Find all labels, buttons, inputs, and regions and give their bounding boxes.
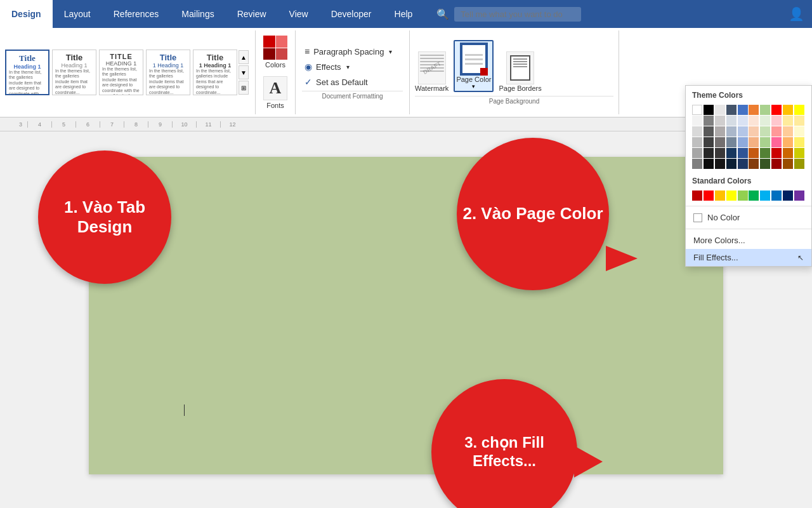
theme-color-27[interactable]	[771, 126, 782, 137]
tab-design[interactable]: Design	[0, 0, 53, 28]
watermark-btn[interactable]: DRAFT Watermark	[415, 51, 449, 92]
theme-color-18[interactable]	[783, 116, 793, 126]
page-background-label: Page Background	[415, 96, 613, 105]
theme-color-32[interactable]	[715, 137, 725, 147]
theme-color-39[interactable]	[794, 137, 804, 147]
page-borders-btn[interactable]: Page Borders	[499, 51, 541, 92]
theme-item-2[interactable]: Title Heading 1 In the themes list, the …	[52, 50, 96, 95]
tab-layout[interactable]: Layout	[53, 0, 102, 28]
theme-color-20[interactable]	[692, 126, 702, 137]
theme-color-3[interactable]	[726, 105, 737, 115]
standard-color-4[interactable]	[738, 190, 748, 201]
theme-color-43[interactable]	[726, 148, 737, 158]
no-color-item[interactable]: No Color	[686, 209, 811, 226]
theme-color-53[interactable]	[726, 159, 737, 169]
tab-help[interactable]: Help	[383, 0, 424, 28]
tab-developer[interactable]: Developer	[320, 0, 383, 28]
theme-color-11[interactable]	[704, 116, 714, 126]
theme-color-40[interactable]	[692, 148, 702, 158]
scroll-up-btn[interactable]: ▲	[239, 50, 249, 64]
theme-color-34[interactable]	[738, 137, 748, 147]
theme-color-42[interactable]	[715, 148, 725, 158]
theme-item-3[interactable]: TITLE HEADING 1 In the themes list, the …	[99, 50, 143, 95]
scroll-down-btn[interactable]: ▼	[239, 65, 249, 79]
theme-color-29[interactable]	[794, 126, 804, 137]
theme-color-17[interactable]	[771, 116, 782, 126]
theme-color-2[interactable]	[715, 105, 725, 115]
theme-color-45[interactable]	[749, 148, 759, 158]
theme-color-5[interactable]	[749, 105, 759, 115]
theme-color-26[interactable]	[760, 126, 770, 137]
scroll-more-btn[interactable]: ⊞	[239, 81, 249, 95]
theme-color-13[interactable]	[726, 116, 737, 126]
standard-color-8[interactable]	[783, 190, 793, 201]
theme-color-28[interactable]	[783, 126, 793, 137]
standard-color-9[interactable]	[794, 190, 804, 201]
paragraph-spacing-btn[interactable]: ≡ Paragraph Spacing ▾	[302, 45, 403, 58]
fonts-button[interactable]: A Fonts	[261, 74, 290, 112]
theme-color-12[interactable]	[715, 116, 725, 126]
theme-color-1[interactable]	[704, 105, 714, 115]
theme-color-36[interactable]	[760, 137, 770, 147]
theme-color-10[interactable]	[692, 116, 702, 126]
tab-review[interactable]: Review	[226, 0, 278, 28]
theme-color-19[interactable]	[794, 116, 804, 126]
theme-color-57[interactable]	[771, 159, 782, 169]
theme-item-4[interactable]: Title 1 Heading 1 In the themes list, th…	[146, 50, 190, 95]
theme-color-52[interactable]	[715, 159, 725, 169]
colors-button[interactable]: Colors	[261, 33, 290, 71]
standard-color-5[interactable]	[749, 190, 759, 201]
theme-color-15[interactable]	[749, 116, 759, 126]
theme-color-50[interactable]	[692, 159, 702, 169]
theme-color-41[interactable]	[704, 148, 714, 158]
standard-color-6[interactable]	[760, 190, 770, 201]
theme-color-31[interactable]	[704, 137, 714, 147]
theme-color-24[interactable]	[738, 126, 748, 137]
fill-effects-item[interactable]: Fill Effects... ↖	[686, 249, 811, 266]
theme-color-59[interactable]	[794, 159, 804, 169]
theme-color-47[interactable]	[771, 148, 782, 158]
theme-color-23[interactable]	[726, 126, 737, 137]
more-colors-item[interactable]: More Colors...	[686, 232, 811, 249]
theme-color-25[interactable]	[749, 126, 759, 137]
theme-color-49[interactable]	[794, 148, 804, 158]
theme-color-55[interactable]	[749, 159, 759, 169]
theme-color-22[interactable]	[715, 126, 725, 137]
theme-color-58[interactable]	[783, 159, 793, 169]
theme-color-7[interactable]	[771, 105, 782, 115]
page-color-btn[interactable]: Page Color ▾	[454, 40, 494, 92]
theme-color-51[interactable]	[704, 159, 714, 169]
theme-color-38[interactable]	[783, 137, 793, 147]
tab-references[interactable]: References	[102, 0, 171, 28]
theme-color-8[interactable]	[783, 105, 793, 115]
theme-item-5[interactable]: Title 1 Heading 1 In the themes list, ga…	[193, 50, 237, 95]
theme-color-30[interactable]	[692, 137, 702, 147]
set-default-btn[interactable]: ✓ Set as Default	[302, 76, 403, 88]
theme-color-46[interactable]	[760, 148, 770, 158]
theme-color-21[interactable]	[704, 126, 714, 137]
tab-mailings[interactable]: Mailings	[170, 0, 225, 28]
tab-view[interactable]: View	[278, 0, 320, 28]
standard-color-3[interactable]	[726, 190, 737, 201]
standard-color-1[interactable]	[704, 190, 714, 201]
standard-color-7[interactable]	[771, 190, 782, 201]
theme-color-4[interactable]	[738, 105, 748, 115]
swatch-2	[276, 36, 288, 48]
theme-color-14[interactable]	[738, 116, 748, 126]
theme-color-35[interactable]	[749, 137, 759, 147]
search-input[interactable]	[454, 7, 581, 22]
theme-color-33[interactable]	[726, 137, 737, 147]
theme-item-1[interactable]: Title Heading 1 In the theme list, the g…	[5, 50, 49, 95]
standard-color-2[interactable]	[715, 190, 725, 201]
theme-color-6[interactable]	[760, 105, 770, 115]
theme-color-37[interactable]	[771, 137, 782, 147]
theme-color-56[interactable]	[760, 159, 770, 169]
theme-color-48[interactable]	[783, 148, 793, 158]
theme-color-44[interactable]	[738, 148, 748, 158]
standard-color-0[interactable]	[692, 190, 702, 201]
theme-color-54[interactable]	[738, 159, 748, 169]
theme-color-9[interactable]	[794, 105, 804, 115]
theme-color-0[interactable]	[692, 105, 702, 115]
effects-btn[interactable]: ◉ Effects ▾	[302, 60, 403, 73]
theme-color-16[interactable]	[760, 116, 770, 126]
